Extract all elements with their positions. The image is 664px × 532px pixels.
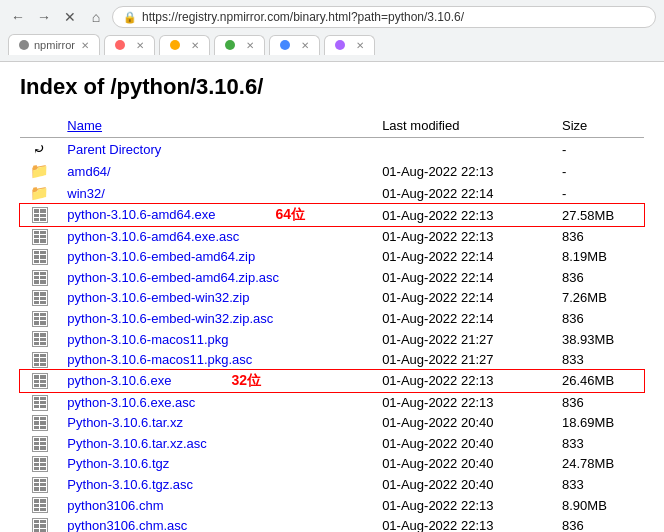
file-link[interactable]: python3106.chm	[67, 498, 163, 513]
tabs-row: npmirror ✕ ✕ ✕ ✕ ✕ ✕	[8, 34, 656, 55]
file-size-cell: 836	[554, 392, 644, 413]
table-header: Name Last modified Size	[20, 114, 644, 138]
tab-dot-5	[280, 40, 290, 50]
file-size-cell: 836	[554, 267, 644, 288]
file-modified-cell: 01-Aug-2022 22:14	[374, 308, 554, 329]
file-icon	[32, 352, 48, 368]
file-link[interactable]: Parent Directory	[67, 142, 161, 157]
file-size-cell: 833	[554, 433, 644, 454]
file-modified-cell: 01-Aug-2022 22:14	[374, 182, 554, 204]
file-name-cell: Python-3.10.6.tar.xz.asc	[59, 433, 374, 454]
file-link[interactable]: Python-3.10.6.tgz	[67, 456, 169, 471]
tab-dot-4	[225, 40, 235, 50]
file-link[interactable]: python-3.10.6-embed-amd64.zip.asc	[67, 270, 279, 285]
icon-cell	[20, 392, 59, 413]
file-size-cell: -	[554, 182, 644, 204]
table-row: ⤾Parent Directory-	[20, 138, 644, 161]
file-modified-cell: 01-Aug-2022 22:14	[374, 288, 554, 309]
table-row: python3106.chm.asc01-Aug-2022 22:13836	[20, 515, 644, 532]
file-modified-cell: 01-Aug-2022 22:13	[374, 204, 554, 226]
table-row: python3106.chm01-Aug-2022 22:138.90MB	[20, 495, 644, 516]
tab-close-6[interactable]: ✕	[356, 40, 364, 51]
tab-2[interactable]: ✕	[104, 35, 155, 55]
file-size-cell: 26.46MB	[554, 370, 644, 392]
file-link[interactable]: python-3.10.6.exe.asc	[67, 395, 195, 410]
icon-cell	[20, 226, 59, 247]
file-size-cell: 836	[554, 515, 644, 532]
file-name-cell: python-3.10.6-embed-win32.zip	[59, 288, 374, 309]
table-row: python-3.10.6-embed-win32.zip01-Aug-2022…	[20, 288, 644, 309]
file-icon	[32, 395, 48, 411]
tab-3[interactable]: ✕	[159, 35, 210, 55]
table-row: 📁win32/01-Aug-2022 22:14-	[20, 182, 644, 204]
file-modified-cell: 01-Aug-2022 22:14	[374, 267, 554, 288]
icon-cell	[20, 370, 59, 392]
file-link[interactable]: python-3.10.6.exe	[67, 373, 171, 388]
tab-1[interactable]: npmirror ✕	[8, 34, 100, 55]
table-row: 📁amd64/01-Aug-2022 22:13-	[20, 160, 644, 182]
table-row: python-3.10.6.exe32位01-Aug-2022 22:1326.…	[20, 370, 644, 392]
tab-close-3[interactable]: ✕	[191, 40, 199, 51]
file-name-cell: python-3.10.6-macos11.pkg	[59, 329, 374, 350]
file-modified-cell: 01-Aug-2022 22:13	[374, 392, 554, 413]
date-header: Last modified	[374, 114, 554, 138]
file-icon	[32, 436, 48, 452]
file-link[interactable]: python-3.10.6-amd64.exe	[67, 207, 215, 222]
tab-close-4[interactable]: ✕	[246, 40, 254, 51]
file-link[interactable]: python-3.10.6-embed-win32.zip	[67, 290, 249, 305]
file-link[interactable]: python-3.10.6-macos11.pkg.asc	[67, 352, 252, 367]
file-link[interactable]: win32/	[67, 186, 105, 201]
icon-cell	[20, 433, 59, 454]
file-link[interactable]: python3106.chm.asc	[67, 518, 187, 532]
icon-header	[20, 114, 59, 138]
file-modified-cell: 01-Aug-2022 22:13	[374, 370, 554, 392]
icon-cell	[20, 474, 59, 495]
file-link[interactable]: amd64/	[67, 164, 110, 179]
annotation-label: 64位	[276, 206, 306, 222]
forward-button[interactable]: →	[34, 7, 54, 27]
lock-icon: 🔒	[123, 11, 137, 24]
tab-label-1: npmirror	[34, 39, 75, 51]
tab-6[interactable]: ✕	[324, 35, 375, 55]
file-link[interactable]: Python-3.10.6.tar.xz	[67, 415, 183, 430]
file-link[interactable]: python-3.10.6-amd64.exe.asc	[67, 229, 239, 244]
tab-dot-3	[170, 40, 180, 50]
file-name-cell: python-3.10.6.exe32位	[59, 370, 374, 392]
file-table: Name Last modified Size ⤾Parent Director…	[20, 114, 644, 532]
address-bar[interactable]: 🔒 https://registry.npmirror.com/binary.h…	[112, 6, 656, 28]
file-link[interactable]: Python-3.10.6.tar.xz.asc	[67, 436, 206, 451]
file-modified-cell: 01-Aug-2022 22:13	[374, 495, 554, 516]
file-icon	[32, 415, 48, 431]
file-name-cell: python-3.10.6-embed-amd64.zip.asc	[59, 267, 374, 288]
close-button[interactable]: ✕	[60, 7, 80, 27]
file-link[interactable]: python-3.10.6-embed-amd64.zip	[67, 249, 255, 264]
size-header: Size	[554, 114, 644, 138]
back-button[interactable]: ←	[8, 7, 28, 27]
home-button[interactable]: ⌂	[86, 7, 106, 27]
file-name-cell: python3106.chm.asc	[59, 515, 374, 532]
icon-cell	[20, 515, 59, 532]
tab-close-5[interactable]: ✕	[301, 40, 309, 51]
file-modified-cell: 01-Aug-2022 20:40	[374, 474, 554, 495]
name-sort-link[interactable]: Name	[67, 118, 102, 133]
file-link[interactable]: python-3.10.6-embed-win32.zip.asc	[67, 311, 273, 326]
url-text: https://registry.npmirror.com/binary.htm…	[142, 10, 464, 24]
icon-cell	[20, 329, 59, 350]
file-icon	[32, 311, 48, 327]
file-name-cell: win32/	[59, 182, 374, 204]
tab-close-1[interactable]: ✕	[81, 40, 89, 51]
file-icon	[32, 207, 48, 223]
tab-5[interactable]: ✕	[269, 35, 320, 55]
page-content: Index of /python/3.10.6/ Name Last modif…	[0, 62, 664, 532]
file-modified-cell: 01-Aug-2022 21:27	[374, 329, 554, 350]
file-name-cell: Parent Directory	[59, 138, 374, 161]
file-link[interactable]: python-3.10.6-macos11.pkg	[67, 332, 228, 347]
tab-close-2[interactable]: ✕	[136, 40, 144, 51]
tab-4[interactable]: ✕	[214, 35, 265, 55]
table-row: Python-3.10.6.tar.xz.asc01-Aug-2022 20:4…	[20, 433, 644, 454]
file-link[interactable]: Python-3.10.6.tgz.asc	[67, 477, 193, 492]
file-modified-cell: 01-Aug-2022 20:40	[374, 433, 554, 454]
table-row: python-3.10.6-macos11.pkg01-Aug-2022 21:…	[20, 329, 644, 350]
page-title: Index of /python/3.10.6/	[20, 74, 644, 100]
file-size-cell: 836	[554, 226, 644, 247]
